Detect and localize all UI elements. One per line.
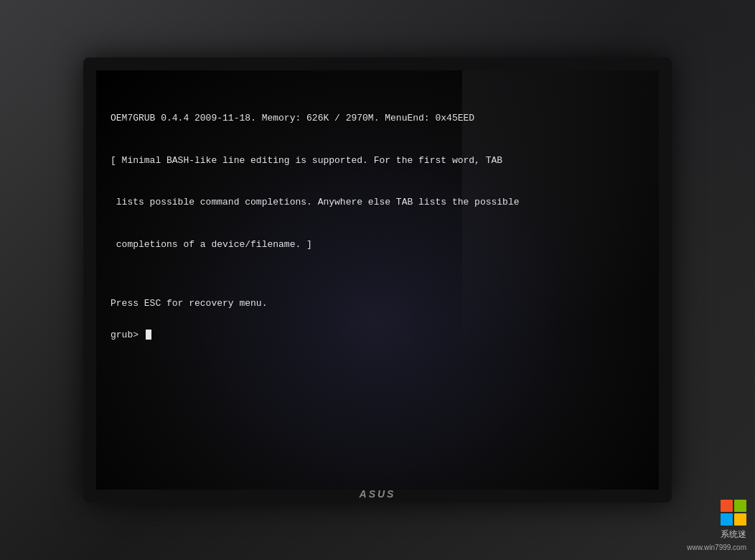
windows-logo-yellow (734, 513, 746, 526)
watermark-url: www.win7999.com (687, 543, 746, 551)
terminal-spacer-1 (111, 279, 644, 297)
grub-prompt-text: grub> (111, 328, 144, 342)
photo-background: OEM7GRUB 0.4.4 2009-11-18. Memory: 626K … (0, 0, 755, 560)
terminal-line-3: lists possible command completions. Anyw… (111, 195, 644, 210)
terminal-recovery-line: Press ESC for recovery menu. (111, 297, 644, 311)
terminal-output: OEM7GRUB 0.4.4 2009-11-18. Memory: 626K … (111, 83, 644, 279)
asus-logo: ASUS (360, 488, 396, 500)
windows-logo-green (734, 500, 746, 512)
watermark-site-name: 系统迷 (721, 528, 746, 541)
watermark: 系统迷 www.win7999.com (687, 500, 746, 551)
windows-logo-red (721, 500, 733, 512)
windows-logo-icon (721, 500, 746, 526)
terminal-cursor (146, 330, 151, 340)
terminal-line-4: completions of a device/filename. ] (111, 238, 644, 252)
terminal-line-1: OEM7GRUB 0.4.4 2009-11-18. Memory: 626K … (111, 111, 644, 126)
windows-logo-blue (721, 513, 733, 526)
grub-prompt-line: grub> (111, 328, 644, 342)
terminal-spacer-2 (111, 311, 644, 328)
terminal-line-2: [ Minimal BASH-like line editing is supp… (111, 154, 644, 168)
laptop-frame: OEM7GRUB 0.4.4 2009-11-18. Memory: 626K … (83, 57, 672, 503)
laptop-screen: OEM7GRUB 0.4.4 2009-11-18. Memory: 626K … (96, 70, 659, 490)
